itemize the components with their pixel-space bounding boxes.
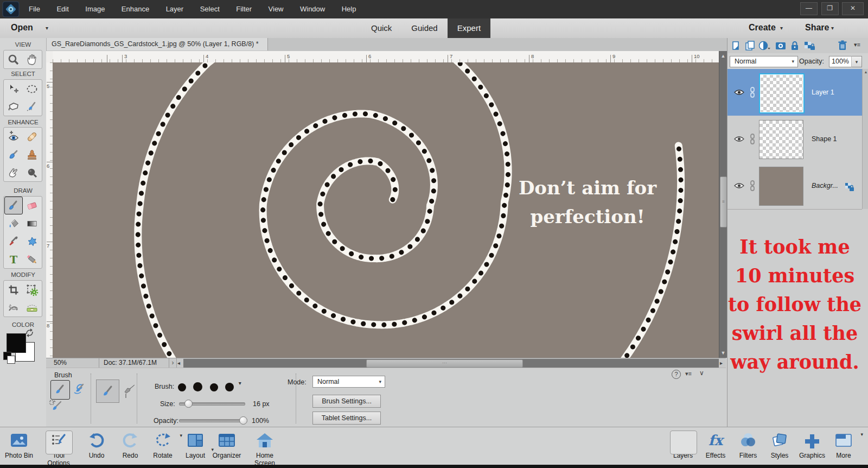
opacity-slider-thumb[interactable] (239, 416, 247, 425)
create-caret-icon[interactable]: ▾ (780, 25, 783, 31)
canvas-horizontal-scrollbar[interactable]: ··· (183, 359, 719, 368)
color-replacement-brush-variant[interactable] (49, 400, 64, 416)
open-button[interactable]: Open (11, 23, 33, 33)
collapse-panel-icon[interactable]: ∨ (699, 369, 704, 377)
scroll-right-icon[interactable]: ▸ (720, 360, 723, 366)
taskbar-layout[interactable]: ▾ Layout (178, 429, 213, 459)
visibility-eye-icon[interactable] (734, 136, 744, 142)
taskbar-graphics[interactable]: Graphics (795, 429, 829, 459)
brush-mode-normal[interactable] (96, 380, 119, 403)
layers-list-scrollbar[interactable]: ▲ (862, 69, 868, 209)
swap-colors-icon[interactable] (25, 328, 35, 337)
menu-image[interactable]: Image (78, 0, 112, 13)
share-button[interactable]: Share (805, 23, 829, 33)
canvas-vertical-scrollbar[interactable]: ▲ ≡ ▼ (719, 51, 727, 358)
link-icon[interactable] (749, 134, 756, 144)
brush-settings-button[interactable]: Brush Settings... (312, 395, 381, 408)
more-caret-icon[interactable]: ▾ (860, 432, 863, 437)
hand-tool[interactable] (23, 50, 41, 68)
menu-layer[interactable]: Layer (159, 0, 191, 13)
foreground-color-swatch[interactable] (7, 333, 26, 353)
taskbar-photo-bin[interactable]: Photo Bin (2, 429, 36, 459)
layer-thumbnail[interactable] (759, 73, 805, 113)
help-icon[interactable]: ? (672, 370, 681, 379)
menu-edit[interactable]: Edit (49, 0, 75, 13)
create-button[interactable]: Create (749, 23, 776, 33)
menu-help[interactable]: Help (335, 0, 363, 13)
taskbar-tool-options[interactable]: Tool Options (41, 429, 76, 467)
taskbar-filters[interactable]: Filters (731, 429, 765, 459)
tablet-settings-button[interactable]: Tablet Settings... (312, 412, 381, 425)
paint-mode-select[interactable]: Normal ▾ (312, 376, 385, 388)
gradient-tool[interactable] (23, 214, 41, 232)
tool-options-menu-icon[interactable]: ▾≡ (685, 370, 692, 377)
smudge-tool[interactable] (4, 163, 23, 181)
default-colors-icon-bg[interactable] (7, 356, 15, 364)
canvas-viewport[interactable]: Don’t aim for perfection! (53, 62, 719, 358)
horizontal-scroll-thumb[interactable]: ··· (366, 359, 523, 368)
opacity-slider[interactable] (179, 419, 245, 422)
layer-thumbnail[interactable] (759, 167, 803, 206)
new-layer-icon[interactable] (731, 40, 742, 51)
layer-name[interactable]: Layer 1 (812, 88, 834, 96)
eraser-tool[interactable] (23, 197, 41, 214)
panel-menu-icon[interactable]: ▾≡ (854, 41, 860, 48)
crop-tool[interactable] (4, 281, 23, 299)
tab-expert[interactable]: Expert (448, 18, 490, 38)
scroll-left-icon[interactable]: ◂ (177, 360, 180, 366)
size-slider-thumb[interactable] (184, 400, 193, 408)
menu-select[interactable]: Select (193, 0, 227, 13)
menu-window[interactable]: Window (293, 0, 332, 13)
adjustment-layer-icon[interactable] (758, 40, 771, 51)
tab-quick[interactable]: Quick (361, 18, 401, 38)
layer-row-layer1[interactable]: Layer 1 (727, 69, 862, 116)
eyedropper-tool[interactable] (4, 232, 23, 250)
opacity-caret-icon[interactable]: ▾ (851, 56, 862, 67)
red-eye-removal-tool[interactable] (4, 128, 23, 146)
menu-view[interactable]: View (261, 0, 291, 13)
straighten-tool[interactable] (23, 299, 41, 317)
shape-tool[interactable] (23, 232, 41, 250)
zoom-tool[interactable] (4, 50, 23, 68)
menu-filter[interactable]: Filter (229, 0, 259, 13)
pencil-tool[interactable] (23, 250, 41, 268)
menu-file[interactable]: File (22, 0, 47, 13)
layer-name[interactable]: Shape 1 (812, 135, 837, 143)
layer-thumbnail[interactable] (759, 120, 803, 159)
brush-tool[interactable] (4, 197, 23, 214)
layers-opacity-value[interactable]: 100% (829, 56, 852, 67)
smart-brush-tool[interactable] (4, 146, 23, 163)
menu-enhance[interactable]: Enhance (114, 0, 156, 13)
brush-preset-strip[interactable]: ▾ (178, 378, 303, 394)
new-group-icon[interactable] (745, 40, 756, 51)
vertical-scroll-thumb[interactable]: ≡ (720, 176, 727, 227)
lock-transparency-icon[interactable] (804, 40, 816, 51)
taskbar-styles[interactable]: Styles (762, 429, 797, 459)
layer-mask-icon[interactable] (775, 40, 786, 51)
layer-row-shape1[interactable]: Shape 1 (727, 116, 862, 163)
layer-row-background[interactable]: Backgr... (727, 162, 862, 210)
taskbar-effects[interactable]: fx Effects (698, 429, 733, 459)
quick-selection-tool[interactable] (23, 98, 41, 116)
taskbar-rotate[interactable]: ▾ Rotate (145, 429, 180, 459)
share-caret-icon[interactable]: ▾ (831, 25, 834, 31)
brush-variant-selected[interactable] (50, 380, 70, 400)
recompose-tool[interactable] (23, 281, 41, 299)
lock-icon[interactable] (790, 40, 800, 51)
taskbar-organizer[interactable]: Organizer (209, 429, 244, 459)
spot-healing-tool[interactable] (23, 128, 41, 146)
blur-tool[interactable] (23, 163, 41, 181)
visibility-eye-icon[interactable] (734, 89, 744, 96)
status-expander-icon[interactable]: › (169, 358, 177, 368)
scroll-up-icon[interactable]: ▲ (719, 52, 727, 60)
background-lock-icon[interactable] (845, 182, 854, 192)
taskbar-layers[interactable]: Layers (666, 429, 700, 459)
brush-preset-caret-icon[interactable]: ▾ (239, 380, 241, 386)
layer-name[interactable]: Backgr... (812, 182, 838, 189)
blend-mode-select[interactable]: Normal ▾ (730, 56, 798, 67)
paint-bucket-tool[interactable] (4, 214, 23, 232)
marquee-tool[interactable] (23, 80, 41, 98)
taskbar-more[interactable]: ▾ More (826, 429, 861, 459)
scroll-down-icon[interactable]: ▼ (719, 349, 727, 357)
type-tool[interactable]: T (4, 250, 23, 268)
